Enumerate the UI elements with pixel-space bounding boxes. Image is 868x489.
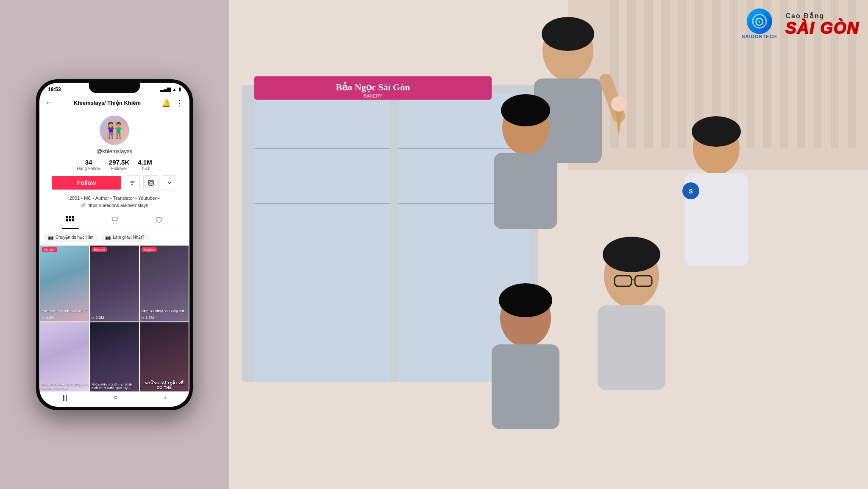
svg-point-57: [499, 283, 552, 317]
nav-home-icon[interactable]: ○: [114, 394, 118, 401]
logo-circle-inner: [752, 14, 767, 29]
svg-rect-9: [66, 219, 68, 221]
cao-dang-logo: Cao Đẳng SÀI GÒN: [786, 12, 860, 36]
wifi-icon: ▲: [172, 87, 177, 92]
follow-button[interactable]: Follow: [52, 176, 121, 190]
video-thumb-6[interactable]: NHỮNG SỰ THẬT VỀ CƠ THỂ: [140, 322, 189, 398]
svg-text:S: S: [689, 188, 693, 195]
nav-back-icon[interactable]: ‹: [164, 394, 167, 401]
svg-point-13: [116, 222, 117, 224]
bottom-nav-bar: ||| ○ ‹: [39, 391, 189, 407]
saigontech-logo-circle: [747, 8, 772, 34]
svg-point-60: [692, 116, 741, 147]
phone-notch: [89, 83, 140, 93]
more-icon[interactable]: ⋮: [176, 98, 184, 108]
svg-rect-58: [492, 344, 559, 429]
tab-shop[interactable]: [107, 214, 123, 229]
followers-label: Follower: [111, 166, 127, 171]
bio-section: 2001 • MC • Author • Translator • Youtub…: [65, 194, 164, 208]
sai-gon-text: SÀI GÒN: [786, 20, 860, 36]
header-title: Khiemslays/ Thiện Khiêm: [74, 100, 141, 106]
pinned-badge-3: Đã ghim: [142, 247, 157, 252]
pinned-badge-1: Đã ghim: [42, 247, 57, 252]
play-count-1: ▷ 1.2M: [42, 316, 55, 320]
chevron-down-icon: [167, 180, 172, 185]
instagram-icon: [147, 179, 154, 186]
filter-icon-button[interactable]: [125, 175, 140, 190]
svg-point-12: [113, 222, 114, 224]
right-panel: Bảo Ngọc Sài Gòn BAKERY: [229, 0, 868, 489]
video-thumb-4[interactable]: Nói mình tìm kiếm tài chương trình học b…: [40, 322, 89, 398]
svg-text:Bảo Ngọc Sài Gòn: Bảo Ngọc Sài Gòn: [336, 82, 410, 92]
cao-dang-text: Cao Đẳng: [786, 12, 825, 20]
svg-point-42: [542, 17, 594, 51]
heart-icon: [155, 216, 163, 224]
grid-icon: [66, 216, 75, 223]
stats-row: 34 Đang Follow 297.5K Follower 4.1M Thíc…: [77, 159, 152, 171]
filter-icon: [129, 179, 136, 186]
likes-count: 4.1M: [138, 159, 152, 166]
tab-videos[interactable]: [62, 214, 79, 229]
svg-rect-10: [69, 219, 71, 221]
bakery-scene: Bảo Ngọc Sài Gòn BAKERY: [229, 0, 868, 489]
nav-menu-icon[interactable]: |||: [63, 394, 67, 401]
likes-label: Thích: [139, 166, 150, 171]
stat-likes: 4.1M Thích: [138, 159, 152, 171]
svg-point-51: [603, 237, 660, 272]
bell-icon[interactable]: 🔔: [161, 98, 171, 108]
playlist-japan[interactable]: 📷 Làm gì tại Nhật?: [101, 232, 148, 242]
stat-following: 34 Đang Follow: [77, 159, 100, 171]
link-icon: 🔗: [81, 203, 86, 207]
instagram-icon-button[interactable]: [143, 175, 159, 190]
bio-link-url: https://beacons.ai/khiemslays: [87, 203, 148, 208]
svg-rect-20: [678, 0, 687, 148]
dropdown-button[interactable]: [162, 175, 177, 190]
video-text-1: Vay khiêm lon diện sao anh??: [42, 309, 87, 313]
avatar-image: [100, 116, 129, 145]
header-actions: 🔔 ⋮: [161, 98, 184, 108]
saigontech-text: SAIGONTECH: [742, 34, 777, 39]
video-thumb-5[interactable]: Những điều nhất định phải biết trước khi…: [90, 322, 139, 398]
video-grid: Đã ghim Vay khiêm lon diện sao anh?? ▷ 1…: [39, 246, 189, 399]
status-icons: ▂▄▆ ▲ ▮: [160, 87, 181, 92]
play-count-2: ▷ 2.0M: [92, 316, 104, 320]
svg-point-5: [152, 181, 153, 182]
tab-liked[interactable]: [151, 214, 167, 229]
svg-text:BAKERY: BAKERY: [364, 93, 383, 98]
playlist-korea[interactable]: 📷 Chuyện du học Hàn: [44, 232, 97, 242]
video-thumb-3[interactable]: Đã ghim Dạy học tiếng Anh cùng mẹ ▷ 1.5M: [140, 246, 189, 321]
back-button[interactable]: ←: [45, 98, 53, 107]
username: @khiemslayss: [97, 148, 132, 154]
avatar: [99, 115, 130, 145]
followers-count: 297.5K: [109, 159, 129, 166]
play-count-3: ▷ 1.5M: [142, 316, 154, 320]
video-text-5: Những điều nhất định phải biết trước khi…: [92, 383, 137, 390]
svg-rect-49: [494, 153, 557, 229]
profile-section: @khiemslayss 34 Đang Follow 297.5K Follo…: [39, 112, 189, 210]
phone-mockup: 19:53 ▂▄▆ ▲ ▮ ← Khiemslays/ Thiện Khiêm …: [36, 79, 193, 410]
action-buttons: Follow: [52, 175, 177, 190]
status-time: 19:53: [48, 87, 61, 92]
svg-rect-7: [69, 216, 71, 218]
video-title-6: NHỮNG SỰ THẬT VỀ CƠ THỂ: [142, 381, 187, 390]
svg-rect-8: [72, 216, 74, 218]
korea-flag-icon: 📷: [48, 235, 54, 240]
svg-rect-17: [627, 0, 636, 148]
scene-illustration: Bảo Ngọc Sài Gòn BAKERY: [229, 0, 868, 489]
video-thumb-1[interactable]: Đã ghim Vay khiêm lon diện sao anh?? ▷ 1…: [40, 246, 89, 321]
battery-icon: ▮: [178, 87, 181, 92]
playlist-row: 📷 Chuyện du học Hàn 📷 Làm gì tại Nhật?: [39, 229, 189, 246]
bio-text: 2001 • MC • Author • Translator • Youtub…: [70, 196, 160, 201]
svg-rect-6: [66, 216, 68, 218]
playlist-korea-label: Chuyện du học Hàn: [56, 235, 93, 240]
following-label: Đang Follow: [77, 166, 100, 171]
video-thumb-2[interactable]: Đã ghim ▷ 2.0M: [90, 246, 139, 321]
svg-rect-55: [598, 305, 665, 390]
bio-link[interactable]: 🔗 https://beacons.ai/khiemslays: [70, 203, 160, 208]
playlist-japan-label: Làm gì tại Nhật?: [113, 235, 144, 240]
left-panel: 19:53 ▂▄▆ ▲ ▮ ← Khiemslays/ Thiện Khiêm …: [0, 0, 229, 489]
svg-point-48: [501, 94, 550, 126]
following-count: 34: [85, 159, 92, 166]
signal-icon: ▂▄▆: [160, 87, 170, 92]
svg-rect-19: [661, 0, 670, 148]
